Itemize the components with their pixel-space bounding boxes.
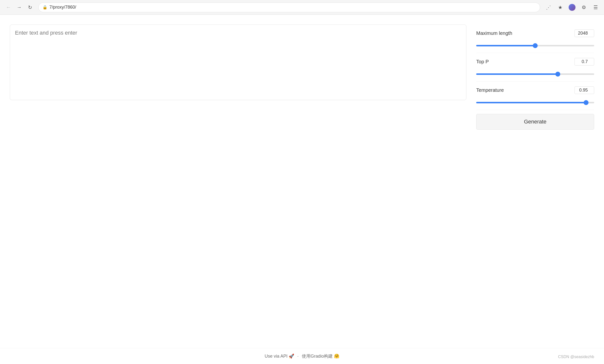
top-p-value[interactable] [575,58,594,66]
lock-icon: 🔒 [43,5,47,10]
refresh-button[interactable]: ↻ [26,3,34,12]
text-input[interactable] [15,30,461,94]
temperature-label: Temperature [476,87,504,93]
temperature-slider[interactable] [476,102,594,103]
attribution-text: CSDN @seasidezhb [558,355,594,359]
use-via-api-link[interactable]: Use via API 🚀 [265,354,295,359]
top-p-slider[interactable] [476,73,594,75]
page-content: Maximum length Top P [0,15,604,364]
top-p-slider-container [476,69,594,76]
generate-button-container: Generate [476,110,594,134]
top-p-label: Top P [476,59,489,65]
maximum-length-slider[interactable] [476,45,594,46]
gradio-icon: 🤗 [334,354,339,359]
maximum-length-group: Maximum length [476,25,594,53]
address-bar-container: 🔒 [38,2,540,12]
back-button[interactable]: ← [4,3,13,12]
share-button[interactable]: ⋰ [544,3,553,12]
maximum-length-label: Maximum length [476,30,512,36]
footer: Use via API 🚀 · 使用Gradio构建 🤗 [0,348,604,364]
temperature-value[interactable] [575,86,594,94]
forward-button[interactable]: → [15,3,24,12]
use-via-api-label: Use via API [265,354,288,359]
menu-button[interactable]: ☰ [591,3,600,12]
top-p-header: Top P [476,58,594,66]
extension-icon [569,4,575,11]
maximum-length-value[interactable] [575,29,594,37]
right-panel: Maximum length Top P [476,25,594,134]
top-p-group: Top P [476,53,594,81]
temperature-slider-container [476,98,594,105]
built-with-gradio-label: 使用Gradio构建 [302,354,333,359]
nav-buttons: ← → ↻ [4,3,34,12]
temperature-group: Temperature [476,81,594,110]
temperature-header: Temperature [476,86,594,94]
generate-button[interactable]: Generate [476,114,594,130]
api-icon: 🚀 [289,354,294,359]
extension-button[interactable] [568,3,576,12]
built-with-gradio-link[interactable]: 使用Gradio构建 🤗 [302,354,339,359]
browser-chrome: ← → ↻ 🔒 ⋰ ★ ⚙ ☰ [0,0,604,15]
settings-button[interactable]: ⚙ [579,3,588,12]
footer-separator: · [297,354,299,359]
maximum-length-slider-container [476,41,594,48]
main-area: Maximum length Top P [0,15,604,348]
bookmark-button[interactable]: ★ [556,3,565,12]
text-input-area [10,25,466,100]
browser-actions: ⋰ ★ ⚙ ☰ [544,3,600,12]
attribution: CSDN @seasidezhb [558,355,594,359]
address-bar[interactable] [49,5,536,10]
maximum-length-header: Maximum length [476,29,594,37]
